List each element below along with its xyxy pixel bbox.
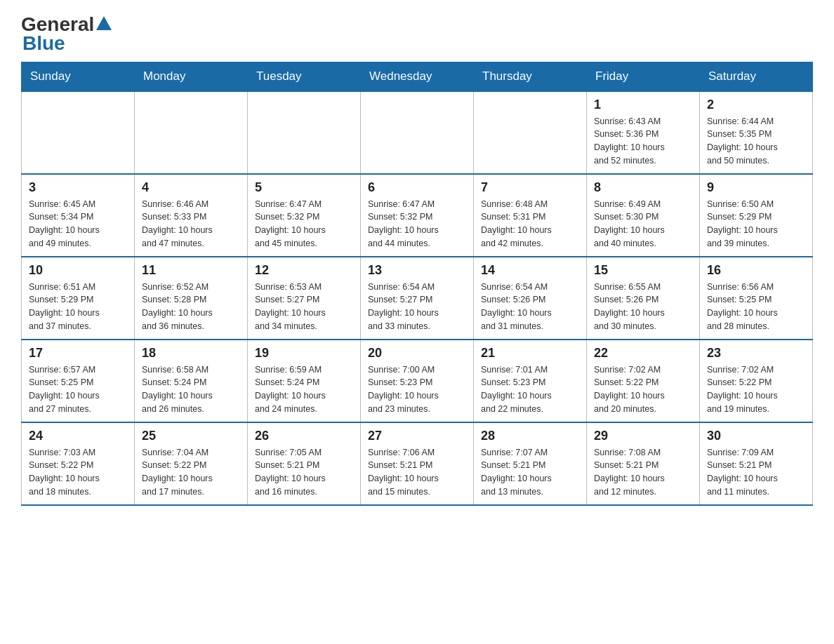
calendar-cell: 27Sunrise: 7:06 AM Sunset: 5:21 PM Dayli…: [361, 422, 474, 505]
day-number: 14: [481, 263, 579, 278]
day-info: Sunrise: 6:45 AM Sunset: 5:34 PM Dayligh…: [29, 198, 127, 250]
calendar-cell: 28Sunrise: 7:07 AM Sunset: 5:21 PM Dayli…: [474, 422, 587, 505]
calendar-cell: 13Sunrise: 6:54 AM Sunset: 5:27 PM Dayli…: [361, 257, 474, 340]
week-row-1: 1Sunrise: 6:43 AM Sunset: 5:36 PM Daylig…: [22, 91, 813, 174]
day-number: 1: [594, 98, 692, 112]
day-number: 28: [481, 429, 579, 443]
calendar-cell: 12Sunrise: 6:53 AM Sunset: 5:27 PM Dayli…: [248, 257, 361, 340]
day-number: 15: [594, 263, 692, 278]
day-number: 11: [142, 263, 240, 278]
calendar-cell: 23Sunrise: 7:02 AM Sunset: 5:22 PM Dayli…: [700, 340, 813, 422]
day-number: 30: [707, 429, 805, 443]
day-info: Sunrise: 7:09 AM Sunset: 5:21 PM Dayligh…: [707, 446, 805, 499]
day-number: 18: [142, 346, 240, 361]
day-info: Sunrise: 7:02 AM Sunset: 5:22 PM Dayligh…: [594, 363, 692, 416]
day-number: 26: [255, 429, 353, 443]
day-info: Sunrise: 6:57 AM Sunset: 5:25 PM Dayligh…: [29, 363, 127, 416]
day-info: Sunrise: 6:44 AM Sunset: 5:35 PM Dayligh…: [707, 115, 805, 168]
header-friday: Friday: [587, 62, 700, 91]
day-number: 22: [594, 346, 692, 361]
logo-blue-text: Blue: [22, 33, 65, 55]
day-info: Sunrise: 6:56 AM Sunset: 5:25 PM Dayligh…: [707, 281, 805, 333]
day-number: 12: [255, 263, 353, 278]
calendar-cell: 30Sunrise: 7:09 AM Sunset: 5:21 PM Dayli…: [700, 422, 813, 505]
calendar-header-row: SundayMondayTuesdayWednesdayThursdayFrid…: [22, 62, 813, 91]
day-info: Sunrise: 6:54 AM Sunset: 5:26 PM Dayligh…: [481, 281, 579, 333]
day-info: Sunrise: 7:04 AM Sunset: 5:22 PM Dayligh…: [142, 446, 240, 499]
day-number: 13: [368, 263, 466, 278]
calendar-cell: [135, 91, 248, 174]
day-number: 9: [707, 180, 805, 195]
day-info: Sunrise: 7:07 AM Sunset: 5:21 PM Dayligh…: [481, 446, 579, 499]
calendar-cell: 4Sunrise: 6:46 AM Sunset: 5:33 PM Daylig…: [135, 174, 248, 257]
day-info: Sunrise: 6:49 AM Sunset: 5:30 PM Dayligh…: [594, 198, 692, 250]
day-info: Sunrise: 7:06 AM Sunset: 5:21 PM Dayligh…: [368, 446, 466, 499]
calendar-cell: 5Sunrise: 6:47 AM Sunset: 5:32 PM Daylig…: [248, 174, 361, 257]
page-header: General Blue: [21, 14, 813, 55]
day-number: 2: [707, 98, 805, 112]
calendar-cell: 21Sunrise: 7:01 AM Sunset: 5:23 PM Dayli…: [474, 340, 587, 422]
week-row-2: 3Sunrise: 6:45 AM Sunset: 5:34 PM Daylig…: [22, 174, 813, 257]
calendar-cell: [361, 91, 474, 174]
day-info: Sunrise: 6:46 AM Sunset: 5:33 PM Dayligh…: [142, 198, 240, 250]
day-number: 25: [142, 429, 240, 443]
day-info: Sunrise: 6:52 AM Sunset: 5:28 PM Dayligh…: [142, 281, 240, 333]
calendar-cell: 18Sunrise: 6:58 AM Sunset: 5:24 PM Dayli…: [135, 340, 248, 422]
calendar-cell: 29Sunrise: 7:08 AM Sunset: 5:21 PM Dayli…: [587, 422, 700, 505]
calendar-cell: 15Sunrise: 6:55 AM Sunset: 5:26 PM Dayli…: [587, 257, 700, 340]
day-number: 24: [29, 429, 127, 443]
calendar-cell: 17Sunrise: 6:57 AM Sunset: 5:25 PM Dayli…: [22, 340, 135, 422]
calendar-cell: 16Sunrise: 6:56 AM Sunset: 5:25 PM Dayli…: [700, 257, 813, 340]
day-number: 23: [707, 346, 805, 361]
calendar-table: SundayMondayTuesdayWednesdayThursdayFrid…: [21, 62, 813, 506]
day-number: 29: [594, 429, 692, 443]
calendar-cell: [248, 91, 361, 174]
day-number: 27: [368, 429, 466, 443]
calendar-cell: 11Sunrise: 6:52 AM Sunset: 5:28 PM Dayli…: [135, 257, 248, 340]
day-info: Sunrise: 6:47 AM Sunset: 5:32 PM Dayligh…: [368, 198, 466, 250]
calendar-cell: 20Sunrise: 7:00 AM Sunset: 5:23 PM Dayli…: [361, 340, 474, 422]
day-number: 5: [255, 180, 353, 195]
day-info: Sunrise: 6:50 AM Sunset: 5:29 PM Dayligh…: [707, 198, 805, 250]
calendar-cell: 22Sunrise: 7:02 AM Sunset: 5:22 PM Dayli…: [587, 340, 700, 422]
calendar-cell: 26Sunrise: 7:05 AM Sunset: 5:21 PM Dayli…: [248, 422, 361, 505]
day-info: Sunrise: 7:00 AM Sunset: 5:23 PM Dayligh…: [368, 363, 466, 416]
day-info: Sunrise: 7:08 AM Sunset: 5:21 PM Dayligh…: [594, 446, 692, 499]
day-info: Sunrise: 6:59 AM Sunset: 5:24 PM Dayligh…: [255, 363, 353, 416]
calendar-cell: 25Sunrise: 7:04 AM Sunset: 5:22 PM Dayli…: [135, 422, 248, 505]
calendar-cell: [22, 91, 135, 174]
calendar-cell: [474, 91, 587, 174]
calendar-cell: 24Sunrise: 7:03 AM Sunset: 5:22 PM Dayli…: [22, 422, 135, 505]
calendar-cell: 3Sunrise: 6:45 AM Sunset: 5:34 PM Daylig…: [22, 174, 135, 257]
header-saturday: Saturday: [700, 62, 813, 91]
calendar-cell: 1Sunrise: 6:43 AM Sunset: 5:36 PM Daylig…: [587, 91, 700, 174]
day-info: Sunrise: 7:03 AM Sunset: 5:22 PM Dayligh…: [29, 446, 127, 499]
day-number: 4: [142, 180, 240, 195]
calendar-cell: 6Sunrise: 6:47 AM Sunset: 5:32 PM Daylig…: [361, 174, 474, 257]
day-number: 3: [29, 180, 127, 195]
calendar-cell: 9Sunrise: 6:50 AM Sunset: 5:29 PM Daylig…: [700, 174, 813, 257]
day-number: 7: [481, 180, 579, 195]
calendar-cell: 7Sunrise: 6:48 AM Sunset: 5:31 PM Daylig…: [474, 174, 587, 257]
day-info: Sunrise: 6:55 AM Sunset: 5:26 PM Dayligh…: [594, 281, 692, 333]
day-info: Sunrise: 7:02 AM Sunset: 5:22 PM Dayligh…: [707, 363, 805, 416]
week-row-4: 17Sunrise: 6:57 AM Sunset: 5:25 PM Dayli…: [22, 340, 813, 422]
day-info: Sunrise: 6:43 AM Sunset: 5:36 PM Dayligh…: [594, 115, 692, 168]
header-tuesday: Tuesday: [248, 62, 361, 91]
header-monday: Monday: [135, 62, 248, 91]
calendar-cell: 2Sunrise: 6:44 AM Sunset: 5:35 PM Daylig…: [700, 91, 813, 174]
day-number: 19: [255, 346, 353, 361]
logo: General Blue: [21, 14, 114, 55]
calendar-cell: 14Sunrise: 6:54 AM Sunset: 5:26 PM Dayli…: [474, 257, 587, 340]
calendar-cell: 8Sunrise: 6:49 AM Sunset: 5:30 PM Daylig…: [587, 174, 700, 257]
day-number: 8: [594, 180, 692, 195]
day-info: Sunrise: 6:48 AM Sunset: 5:31 PM Dayligh…: [481, 198, 579, 250]
day-number: 17: [29, 346, 127, 361]
day-info: Sunrise: 6:51 AM Sunset: 5:29 PM Dayligh…: [29, 281, 127, 333]
header-thursday: Thursday: [474, 62, 587, 91]
day-info: Sunrise: 6:54 AM Sunset: 5:27 PM Dayligh…: [368, 281, 466, 333]
day-info: Sunrise: 6:53 AM Sunset: 5:27 PM Dayligh…: [255, 281, 353, 333]
logo-triangle-icon: [96, 16, 112, 30]
day-info: Sunrise: 6:47 AM Sunset: 5:32 PM Dayligh…: [255, 198, 353, 250]
day-number: 20: [368, 346, 466, 361]
